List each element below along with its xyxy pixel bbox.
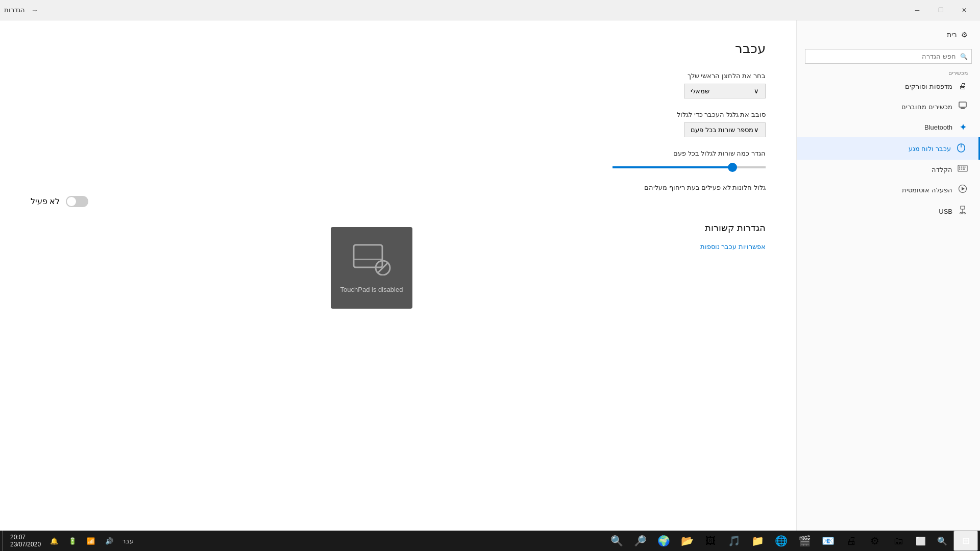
svg-point-18	[964, 213, 966, 214]
svg-rect-10	[961, 169, 962, 170]
sidebar-header: ⚙ בית	[797, 24, 980, 45]
home-button[interactable]: ⚙ בית	[947, 31, 968, 39]
sidebar-item-keyboard[interactable]: הקלדה	[797, 160, 980, 179]
svg-marker-13	[962, 187, 965, 191]
sidebar-item-autoplay[interactable]: הפעלה אוטומטית	[797, 179, 980, 201]
sidebar-item-label: Bluetooth	[924, 123, 952, 131]
sidebar-section-title: מכשירים	[797, 68, 980, 77]
toggle-state-label: לא פעיל	[31, 196, 60, 206]
sidebar: ⚙ בית 🔍 מכשירים 🖨 מדפסות וסורקים	[796, 20, 980, 531]
touchpad-icon	[351, 242, 392, 280]
pointer-dropdown[interactable]: ∨ שמאלי	[684, 84, 766, 98]
taskbar-app-browser[interactable]: 🌍	[652, 531, 675, 551]
search-input[interactable]	[805, 49, 972, 64]
sidebar-item-label: הפעלה אוטומטית	[902, 186, 952, 194]
svg-rect-6	[961, 167, 962, 168]
taskbar: ⊞ 🔍 ⬜ 🗂 ⚙ 🖨 📧 🎬 🌐 📁 🎵 🖼 📂 🌍 🔎 🔍 עבר 🔊 📶 …	[0, 531, 980, 551]
pointer-value: שמאלי	[691, 87, 709, 95]
scroll-label: סובב את גלגל העכבר כדי לגלול	[31, 111, 766, 118]
svg-rect-8	[965, 167, 966, 168]
sidebar-item-usb[interactable]: USB	[797, 201, 980, 222]
printer-icon: 🖨	[958, 82, 968, 91]
scroll-value: מספר שורות בכל פעם	[691, 126, 753, 134]
battery-icon[interactable]: 🔋	[64, 533, 81, 549]
maximize-button[interactable]: ☐	[929, 2, 952, 18]
chevron-down-icon: ∨	[754, 87, 759, 95]
titlebar: ✕ ☐ ─ הגדרות →	[0, 0, 980, 20]
network-icon[interactable]: 📶	[83, 533, 99, 549]
settings-window: ✕ ☐ ─ הגדרות → ⚙ בית 🔍 מכשירים	[0, 0, 980, 531]
inactive-label: גלול חלונות לא פעילים בעת ריחוף מעליהם	[31, 183, 766, 193]
pointer-setting: בחר את הלחצן הראשי שלך ∨ שמאלי	[31, 72, 766, 98]
start-button[interactable]: ⊞	[953, 531, 978, 551]
sidebar-item-label: מדפסות וסורקים	[905, 83, 952, 90]
taskbar-app-edge[interactable]: 🌐	[770, 531, 792, 551]
slider-container	[31, 161, 766, 170]
notification-icon[interactable]: 🔔	[46, 533, 62, 549]
clock-time: 20:07	[10, 534, 26, 541]
scroll-setting: סובב את גלגל העכבר כדי לגלול ∨ מספר שורו…	[31, 111, 766, 137]
window-controls: ✕ ☐ ─	[905, 2, 976, 18]
svg-rect-0	[959, 102, 966, 107]
sidebar-item-label: מכשירים מחוברים	[901, 103, 952, 111]
page-title: עכבר	[31, 41, 766, 57]
sidebar-item-label: עכבר ולוח מגע	[909, 145, 951, 153]
sidebar-item-printers[interactable]: 🖨 מדפסות וסורקים	[797, 77, 980, 96]
chevron-down-icon: ∨	[754, 126, 759, 134]
taskbar-apps: 🗂 ⚙ 🖨 📧 🎬 🌐 📁 🎵 🖼 📂 🌍 🔎 🔍	[143, 531, 910, 551]
notification-text: TouchPad is disabled	[340, 286, 403, 293]
nav-title: הגדרות	[4, 6, 25, 14]
content-area: ⚙ בית 🔍 מכשירים 🖨 מדפסות וסורקים	[0, 20, 980, 531]
lines-setting: הגדר כמה שורות לגלול בכל פעם	[31, 149, 766, 170]
taskbar-app-winfile[interactable]: 📂	[676, 531, 698, 551]
taskbar-app-epson[interactable]: 🖨	[840, 531, 863, 551]
usb-icon	[958, 206, 968, 217]
svg-rect-5	[959, 167, 960, 168]
close-button[interactable]: ✕	[952, 2, 976, 18]
svg-rect-7	[963, 167, 964, 168]
taskbar-app-gmail[interactable]: 📧	[817, 531, 839, 551]
keyboard-icon	[958, 165, 968, 174]
taskbar-app-photos[interactable]: 🖼	[699, 531, 722, 551]
inactive-toggle[interactable]	[66, 196, 88, 207]
titlebar-nav: הגדרות →	[4, 4, 42, 16]
additional-options-link[interactable]: אפשרויות עכבר נוספות	[700, 243, 766, 251]
minimize-button[interactable]: ─	[905, 2, 929, 18]
taskbar-app-explorer[interactable]: 🗂	[887, 531, 910, 551]
taskbar-app-search2[interactable]: 🔎	[629, 531, 651, 551]
taskbar-taskview-button[interactable]: ⬜	[911, 531, 931, 551]
settings-icon: ⚙	[961, 31, 968, 39]
sidebar-item-connected[interactable]: מכשירים מחוברים	[797, 96, 980, 117]
sidebar-item-mouse[interactable]: עכבר ולוח מגע	[797, 137, 980, 160]
taskbar-app-folder[interactable]: 📁	[746, 531, 769, 551]
sidebar-item-label: USB	[939, 208, 952, 215]
lang-indicator[interactable]: עבר	[119, 533, 136, 549]
show-desktop-button[interactable]	[2, 531, 5, 551]
inactive-setting: גלול חלונות לא פעילים בעת ריחוף מעליהם ל…	[31, 183, 766, 207]
search-box: 🔍	[805, 49, 972, 64]
home-label: בית	[947, 31, 957, 39]
taskbar-clock[interactable]: 20:07 23/07/2020	[6, 534, 45, 548]
autoplay-icon	[958, 184, 968, 195]
taskbar-app-cortana[interactable]: 🔍	[605, 531, 628, 551]
svg-point-17	[960, 213, 962, 214]
taskbar-app-settings[interactable]: ⚙	[864, 531, 886, 551]
clock-date: 23/07/2020	[10, 541, 41, 548]
search-icon: 🔍	[960, 53, 968, 60]
touchpad-notification: TouchPad is disabled	[331, 227, 412, 309]
bluetooth-icon: ✦	[958, 122, 968, 132]
svg-rect-14	[961, 206, 965, 209]
lines-slider[interactable]	[612, 166, 766, 168]
taskbar-app-vlc[interactable]: 🎵	[723, 531, 745, 551]
taskbar-app-media[interactable]: 🎬	[793, 531, 816, 551]
back-button[interactable]: →	[27, 4, 42, 16]
svg-rect-1	[961, 108, 965, 109]
taskbar-search-button[interactable]: 🔍	[932, 531, 952, 551]
volume-icon[interactable]: 🔊	[101, 533, 117, 549]
svg-rect-9	[959, 169, 960, 170]
pointer-label: בחר את הלחצן הראשי שלך	[31, 72, 766, 80]
lines-label: הגדר כמה שורות לגלול בכל פעם	[31, 149, 766, 157]
mouse-icon	[956, 142, 966, 155]
sidebar-item-bluetooth[interactable]: ✦ Bluetooth	[797, 117, 980, 137]
scroll-dropdown[interactable]: ∨ מספר שורות בכל פעם	[684, 122, 766, 137]
